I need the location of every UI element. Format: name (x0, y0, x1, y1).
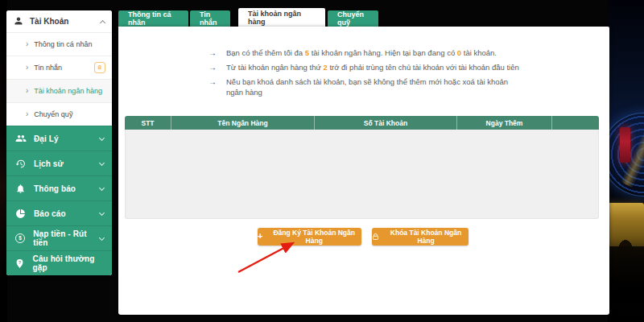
register-bank-account-button[interactable]: + Đăng Ký Tài Khoản Ngân Hàng (258, 228, 361, 246)
chevron-down-icon (99, 184, 105, 190)
bank-accounts-table: STT Tên Ngân Hàng Số Tài Khoản Ngày Thêm (125, 116, 599, 219)
lock-icon (372, 233, 379, 241)
arrow-right-icon: → (208, 47, 217, 58)
person-icon (14, 14, 23, 29)
dollar-circle-icon: $ (14, 233, 26, 245)
tab-bar: Thông tin cá nhân Tin nhắn Tài khoản ngâ… (118, 8, 378, 27)
table-header-row: STT Tên Ngân Hàng Số Tài Khoản Ngày Thêm (125, 116, 599, 130)
bell-icon (14, 183, 27, 195)
unread-count-badge: 8 (94, 62, 105, 73)
tab-bank-accounts[interactable]: Tài khoản ngân hàng (238, 8, 325, 27)
plus-icon: + (258, 232, 262, 241)
bank-accounts-panel: → Bạn có thể thêm tối đa 5 tài khoản ngâ… (118, 27, 609, 315)
chevron-down-icon (99, 235, 105, 241)
crowd-silhouette-photo (607, 246, 644, 303)
chevron-down-icon (99, 134, 105, 140)
table-header-actions (552, 116, 599, 130)
neon-sign-photo (620, 127, 630, 163)
tab-transfer-funds[interactable]: Chuyển quỹ (328, 10, 378, 27)
sidebar: Tài Khoản › Thông tin cá nhân › Tin nhắn… (6, 10, 112, 275)
sidebar-header-account[interactable]: Tài Khoản (6, 10, 112, 32)
info-note-max-accounts: → Bạn có thể thêm tối đa 5 tài khoản ngâ… (208, 47, 530, 58)
sidebar-item-faq[interactable]: ? Câu hỏi thường gặp (6, 250, 112, 275)
sidebar-header-label: Tài Khoản (30, 17, 68, 26)
sidebar-item-personal-info[interactable]: › Thông tin cá nhân (6, 32, 112, 56)
lock-bank-account-button[interactable]: Khóa Tài Khoản Ngân Hàng (372, 228, 469, 246)
chevron-up-icon (100, 19, 105, 25)
info-notes: → Bạn có thể thêm tối đa 5 tài khoản ngâ… (208, 47, 530, 101)
svg-text:$: $ (19, 235, 22, 242)
chevron-right-icon: › (26, 110, 28, 118)
chevron-right-icon: › (26, 64, 28, 72)
info-note-lock-warning: → Nếu bạn khoá danh sách tài khoản, bạn … (208, 76, 530, 97)
chevron-right-icon: › (26, 40, 28, 48)
arrow-right-icon: → (208, 62, 217, 72)
sidebar-item-notifications[interactable]: Thông báo (6, 175, 112, 200)
table-header-bank-name: Tên Ngân Hàng (171, 116, 315, 130)
tab-messages[interactable]: Tin nhắn (190, 10, 230, 27)
sidebar-item-deposit-withdraw[interactable]: $ Nạp tiền - Rút tiền (6, 225, 112, 250)
sidebar-item-messages[interactable]: › Tin nhắn 8 (6, 56, 112, 79)
chevron-down-icon (99, 159, 105, 165)
svg-text:?: ? (19, 260, 21, 265)
info-note-name-match: → Từ tài khoản ngân hàng thứ 2 trở đi ph… (208, 62, 530, 72)
table-header-account-number: Số Tài Khoản (315, 116, 457, 130)
chevron-down-icon (99, 209, 105, 215)
sidebar-item-transfer-funds[interactable]: › Chuyển quỹ (6, 102, 112, 126)
sidebar-item-agency[interactable]: Đại Lý (6, 126, 112, 151)
history-icon (14, 158, 27, 170)
chevron-right-icon: › (26, 87, 28, 95)
table-header-stt: STT (125, 116, 171, 130)
pie-chart-icon (14, 208, 27, 220)
arrow-right-icon: → (208, 76, 217, 97)
sidebar-item-history[interactable]: Lịch sử (6, 151, 112, 175)
table-header-date-added: Ngày Thêm (457, 116, 552, 130)
users-icon (14, 133, 27, 145)
sidebar-item-reports[interactable]: Báo cáo (6, 200, 112, 225)
sidebar-item-bank-accounts[interactable]: › Tài khoản ngân hàng (6, 79, 112, 102)
table-empty-body (125, 130, 599, 219)
tab-personal-info[interactable]: Thông tin cá nhân (118, 10, 188, 27)
lit-building-photo (607, 203, 644, 253)
question-pin-icon: ? (14, 258, 26, 270)
